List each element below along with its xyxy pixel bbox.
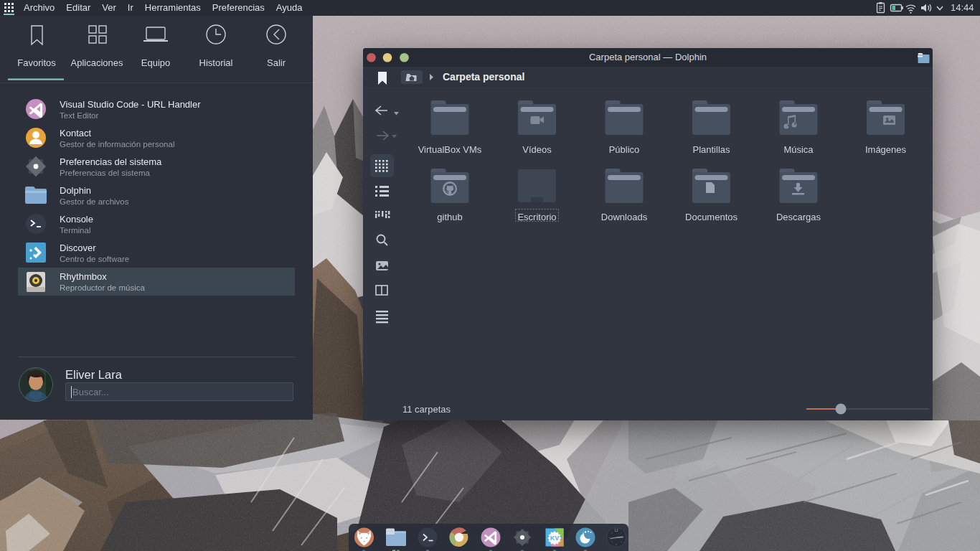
svg-text:KV: KV <box>550 534 560 542</box>
svg-text:12: 12 <box>614 528 618 532</box>
